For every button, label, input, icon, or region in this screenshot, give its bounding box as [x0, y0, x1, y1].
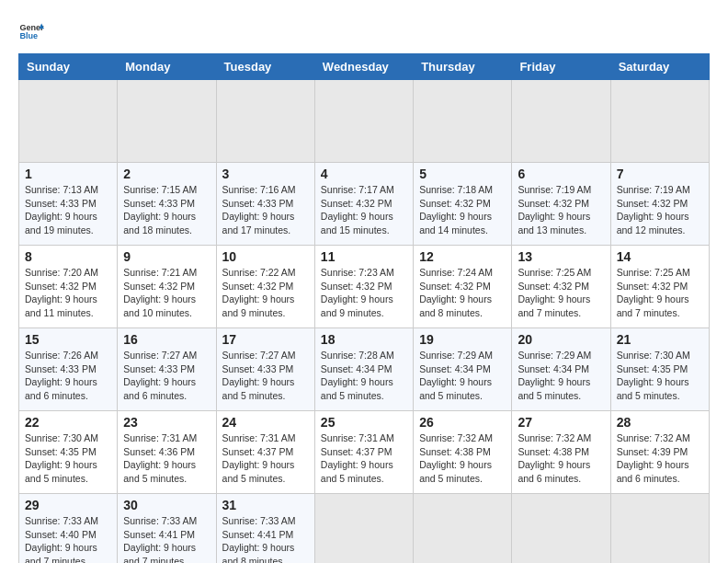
calendar-cell: [118, 80, 216, 163]
calendar-cell: 7Sunrise: 7:19 AMSunset: 4:32 PMDaylight…: [610, 163, 709, 246]
calendar-cell: 19Sunrise: 7:29 AMSunset: 4:34 PMDayligh…: [414, 328, 512, 411]
calendar-cell: 15Sunrise: 7:26 AMSunset: 4:33 PMDayligh…: [19, 328, 118, 411]
logo: General Blue: [18, 18, 44, 44]
day-info: Sunrise: 7:21 AMSunset: 4:32 PMDaylight:…: [123, 266, 210, 320]
day-number: 18: [321, 332, 407, 347]
day-info: Sunrise: 7:33 AMSunset: 4:41 PMDaylight:…: [222, 514, 309, 563]
calendar-cell: 18Sunrise: 7:28 AMSunset: 4:34 PMDayligh…: [314, 328, 413, 411]
day-info: Sunrise: 7:22 AMSunset: 4:32 PMDaylight:…: [222, 266, 309, 320]
day-number: 1: [25, 167, 111, 181]
day-number: 31: [222, 498, 309, 512]
day-info: Sunrise: 7:31 AMSunset: 4:37 PMDaylight:…: [321, 431, 407, 486]
day-info: Sunrise: 7:31 AMSunset: 4:37 PMDaylight:…: [222, 431, 309, 486]
day-info: Sunrise: 7:23 AMSunset: 4:32 PMDaylight:…: [321, 266, 407, 320]
calendar-cell: 8Sunrise: 7:20 AMSunset: 4:32 PMDaylight…: [19, 246, 118, 328]
svg-text:Blue: Blue: [19, 31, 38, 40]
calendar-table: SundayMondayTuesdayWednesdayThursdayFrid…: [18, 53, 710, 563]
day-number: 6: [518, 167, 604, 181]
day-number: 15: [25, 332, 111, 347]
col-header-monday: Monday: [118, 54, 216, 80]
day-number: 4: [321, 167, 407, 181]
day-info: Sunrise: 7:30 AMSunset: 4:35 PMDaylight:…: [25, 431, 111, 486]
calendar-cell: 9Sunrise: 7:21 AMSunset: 4:32 PMDaylight…: [118, 246, 216, 328]
col-header-thursday: Thursday: [414, 54, 512, 80]
calendar-cell: [512, 494, 610, 564]
calendar-cell: 29Sunrise: 7:33 AMSunset: 4:40 PMDayligh…: [19, 494, 118, 564]
calendar-cell: 12Sunrise: 7:24 AMSunset: 4:32 PMDayligh…: [414, 246, 512, 328]
col-header-tuesday: Tuesday: [216, 54, 314, 80]
day-info: Sunrise: 7:19 AMSunset: 4:32 PMDaylight:…: [617, 183, 703, 237]
day-info: Sunrise: 7:25 AMSunset: 4:32 PMDaylight:…: [617, 266, 703, 320]
day-number: 20: [518, 332, 604, 347]
week-row-4: 15Sunrise: 7:26 AMSunset: 4:33 PMDayligh…: [19, 328, 710, 411]
day-info: Sunrise: 7:29 AMSunset: 4:34 PMDaylight:…: [419, 349, 506, 403]
calendar-cell: [414, 80, 512, 163]
day-info: Sunrise: 7:32 AMSunset: 4:38 PMDaylight:…: [419, 431, 506, 486]
calendar-cell: 22Sunrise: 7:30 AMSunset: 4:35 PMDayligh…: [19, 411, 118, 494]
day-info: Sunrise: 7:13 AMSunset: 4:33 PMDaylight:…: [25, 183, 111, 237]
week-row-3: 8Sunrise: 7:20 AMSunset: 4:32 PMDaylight…: [19, 246, 710, 328]
day-number: 2: [123, 167, 210, 181]
calendar-cell: 14Sunrise: 7:25 AMSunset: 4:32 PMDayligh…: [610, 246, 709, 328]
calendar-cell: 3Sunrise: 7:16 AMSunset: 4:33 PMDaylight…: [216, 163, 314, 246]
day-info: Sunrise: 7:19 AMSunset: 4:32 PMDaylight:…: [518, 183, 604, 237]
day-info: Sunrise: 7:24 AMSunset: 4:32 PMDaylight:…: [419, 266, 506, 320]
day-info: Sunrise: 7:17 AMSunset: 4:32 PMDaylight:…: [321, 183, 407, 237]
day-number: 13: [518, 249, 604, 264]
logo-icon: General Blue: [18, 18, 44, 44]
day-number: 23: [123, 415, 210, 430]
day-info: Sunrise: 7:26 AMSunset: 4:33 PMDaylight:…: [25, 349, 111, 403]
day-number: 7: [617, 167, 703, 181]
calendar-cell: [216, 80, 314, 163]
day-number: 14: [617, 249, 703, 264]
week-row-1: [19, 80, 710, 163]
day-info: Sunrise: 7:16 AMSunset: 4:33 PMDaylight:…: [222, 183, 309, 237]
day-number: 28: [617, 415, 703, 430]
day-info: Sunrise: 7:18 AMSunset: 4:32 PMDaylight:…: [419, 183, 506, 237]
day-info: Sunrise: 7:15 AMSunset: 4:33 PMDaylight:…: [123, 183, 210, 237]
day-info: Sunrise: 7:32 AMSunset: 4:39 PMDaylight:…: [617, 431, 703, 486]
day-number: 27: [518, 415, 604, 430]
day-number: 22: [25, 415, 111, 430]
calendar-cell: [314, 80, 413, 163]
calendar-cell: 6Sunrise: 7:19 AMSunset: 4:32 PMDaylight…: [512, 163, 610, 246]
col-header-wednesday: Wednesday: [314, 54, 413, 80]
day-info: Sunrise: 7:31 AMSunset: 4:36 PMDaylight:…: [123, 431, 210, 486]
calendar-cell: [414, 494, 512, 564]
day-number: 26: [419, 415, 506, 430]
calendar-cell: 21Sunrise: 7:30 AMSunset: 4:35 PMDayligh…: [610, 328, 709, 411]
week-row-5: 22Sunrise: 7:30 AMSunset: 4:35 PMDayligh…: [19, 411, 710, 494]
day-info: Sunrise: 7:33 AMSunset: 4:41 PMDaylight:…: [123, 514, 210, 563]
day-number: 30: [123, 498, 210, 512]
day-number: 10: [222, 249, 309, 264]
calendar-cell: 24Sunrise: 7:31 AMSunset: 4:37 PMDayligh…: [216, 411, 314, 494]
calendar-cell: [19, 80, 118, 163]
day-number: 9: [123, 249, 210, 264]
col-header-saturday: Saturday: [610, 54, 709, 80]
calendar-cell: 10Sunrise: 7:22 AMSunset: 4:32 PMDayligh…: [216, 246, 314, 328]
day-info: Sunrise: 7:33 AMSunset: 4:40 PMDaylight:…: [25, 514, 111, 563]
calendar-cell: 28Sunrise: 7:32 AMSunset: 4:39 PMDayligh…: [610, 411, 709, 494]
day-number: 12: [419, 249, 506, 264]
day-info: Sunrise: 7:29 AMSunset: 4:34 PMDaylight:…: [518, 349, 604, 403]
calendar-header-row: SundayMondayTuesdayWednesdayThursdayFrid…: [19, 54, 710, 80]
week-row-6: 29Sunrise: 7:33 AMSunset: 4:40 PMDayligh…: [19, 494, 710, 564]
day-info: Sunrise: 7:20 AMSunset: 4:32 PMDaylight:…: [25, 266, 111, 320]
day-info: Sunrise: 7:27 AMSunset: 4:33 PMDaylight:…: [123, 349, 210, 403]
day-number: 11: [321, 249, 407, 264]
calendar-cell: 11Sunrise: 7:23 AMSunset: 4:32 PMDayligh…: [314, 246, 413, 328]
day-number: 29: [25, 498, 111, 512]
day-info: Sunrise: 7:27 AMSunset: 4:33 PMDaylight:…: [222, 349, 309, 403]
day-info: Sunrise: 7:32 AMSunset: 4:38 PMDaylight:…: [518, 431, 604, 486]
day-number: 19: [419, 332, 506, 347]
day-number: 5: [419, 167, 506, 181]
day-info: Sunrise: 7:30 AMSunset: 4:35 PMDaylight:…: [617, 349, 703, 403]
day-number: 17: [222, 332, 309, 347]
calendar-cell: [512, 80, 610, 163]
calendar-cell: [610, 494, 709, 564]
day-number: 21: [617, 332, 703, 347]
calendar-cell: [314, 494, 413, 564]
col-header-sunday: Sunday: [19, 54, 118, 80]
calendar-cell: [610, 80, 709, 163]
day-number: 25: [321, 415, 407, 430]
